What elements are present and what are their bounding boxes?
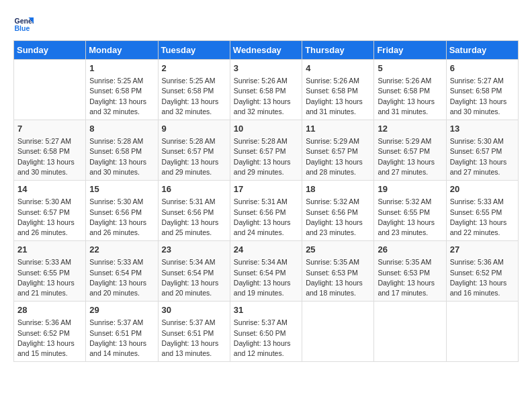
calendar-cell: 31Sunrise: 5:37 AM Sunset: 6:50 PM Dayli… (230, 302, 302, 362)
column-header-thursday: Thursday (302, 41, 374, 60)
calendar-cell: 30Sunrise: 5:37 AM Sunset: 6:51 PM Dayli… (158, 302, 230, 362)
cell-content: Sunrise: 5:33 AM Sunset: 6:54 PM Dayligh… (89, 257, 154, 298)
calendar-cell: 23Sunrise: 5:34 AM Sunset: 6:54 PM Dayli… (158, 241, 230, 302)
cell-content: Sunrise: 5:37 AM Sunset: 6:50 PM Dayligh… (234, 318, 298, 359)
cell-content: Sunrise: 5:30 AM Sunset: 6:57 PM Dayligh… (17, 197, 82, 238)
day-number: 26 (378, 244, 442, 256)
calendar-cell: 22Sunrise: 5:33 AM Sunset: 6:54 PM Dayli… (86, 241, 158, 302)
cell-content: Sunrise: 5:32 AM Sunset: 6:56 PM Dayligh… (306, 197, 370, 238)
day-number: 5 (378, 62, 442, 75)
calendar-cell: 6Sunrise: 5:27 AM Sunset: 6:58 PM Daylig… (446, 60, 518, 120)
cell-content: Sunrise: 5:26 AM Sunset: 6:58 PM Dayligh… (378, 76, 442, 117)
cell-content: Sunrise: 5:26 AM Sunset: 6:58 PM Dayligh… (234, 76, 298, 117)
calendar-cell: 26Sunrise: 5:35 AM Sunset: 6:53 PM Dayli… (374, 241, 446, 302)
calendar-cell (374, 302, 446, 362)
day-number: 30 (162, 304, 226, 316)
page-header: General Blue (13, 13, 519, 34)
day-number: 17 (234, 183, 298, 195)
calendar-cell: 15Sunrise: 5:30 AM Sunset: 6:56 PM Dayli… (86, 181, 158, 241)
cell-content: Sunrise: 5:31 AM Sunset: 6:56 PM Dayligh… (162, 197, 226, 238)
calendar-cell: 13Sunrise: 5:30 AM Sunset: 6:57 PM Dayli… (446, 120, 518, 181)
cell-content: Sunrise: 5:34 AM Sunset: 6:54 PM Dayligh… (162, 257, 226, 298)
calendar-week-row: 1Sunrise: 5:25 AM Sunset: 6:58 PM Daylig… (14, 60, 519, 120)
cell-content: Sunrise: 5:36 AM Sunset: 6:52 PM Dayligh… (17, 318, 82, 359)
day-number: 10 (234, 123, 298, 135)
day-number: 29 (89, 304, 154, 316)
cell-content: Sunrise: 5:25 AM Sunset: 6:58 PM Dayligh… (162, 76, 226, 117)
cell-content: Sunrise: 5:28 AM Sunset: 6:58 PM Dayligh… (89, 136, 154, 177)
cell-content: Sunrise: 5:28 AM Sunset: 6:57 PM Dayligh… (234, 136, 298, 177)
calendar-cell: 12Sunrise: 5:29 AM Sunset: 6:57 PM Dayli… (374, 120, 446, 181)
day-number: 12 (378, 123, 442, 135)
day-number: 31 (234, 304, 298, 316)
day-number: 15 (89, 183, 154, 195)
calendar-cell: 21Sunrise: 5:33 AM Sunset: 6:55 PM Dayli… (14, 241, 86, 302)
calendar-header-row: SundayMondayTuesdayWednesdayThursdayFrid… (14, 41, 519, 60)
calendar-cell: 10Sunrise: 5:28 AM Sunset: 6:57 PM Dayli… (230, 120, 302, 181)
cell-content: Sunrise: 5:32 AM Sunset: 6:55 PM Dayligh… (378, 197, 442, 238)
cell-content: Sunrise: 5:31 AM Sunset: 6:56 PM Dayligh… (234, 197, 298, 238)
calendar-cell (14, 60, 86, 120)
cell-content: Sunrise: 5:35 AM Sunset: 6:53 PM Dayligh… (306, 257, 370, 298)
day-number: 11 (306, 123, 370, 135)
calendar-cell: 11Sunrise: 5:29 AM Sunset: 6:57 PM Dayli… (302, 120, 374, 181)
calendar-cell: 27Sunrise: 5:36 AM Sunset: 6:52 PM Dayli… (446, 241, 518, 302)
cell-content: Sunrise: 5:37 AM Sunset: 6:51 PM Dayligh… (162, 318, 226, 359)
calendar-cell: 3Sunrise: 5:26 AM Sunset: 6:58 PM Daylig… (230, 60, 302, 120)
cell-content: Sunrise: 5:29 AM Sunset: 6:57 PM Dayligh… (378, 136, 442, 177)
cell-content: Sunrise: 5:25 AM Sunset: 6:58 PM Dayligh… (89, 76, 154, 117)
calendar-body: 1Sunrise: 5:25 AM Sunset: 6:58 PM Daylig… (14, 60, 519, 362)
column-header-wednesday: Wednesday (230, 41, 302, 60)
logo: General Blue (13, 13, 36, 34)
cell-content: Sunrise: 5:30 AM Sunset: 6:56 PM Dayligh… (89, 197, 154, 238)
day-number: 22 (89, 244, 154, 256)
calendar-cell: 2Sunrise: 5:25 AM Sunset: 6:58 PM Daylig… (158, 60, 230, 120)
calendar-cell: 7Sunrise: 5:27 AM Sunset: 6:58 PM Daylig… (14, 120, 86, 181)
cell-content: Sunrise: 5:34 AM Sunset: 6:54 PM Dayligh… (234, 257, 298, 298)
day-number: 28 (17, 304, 82, 316)
cell-content: Sunrise: 5:33 AM Sunset: 6:55 PM Dayligh… (450, 197, 515, 238)
calendar-cell: 9Sunrise: 5:28 AM Sunset: 6:57 PM Daylig… (158, 120, 230, 181)
calendar-week-row: 21Sunrise: 5:33 AM Sunset: 6:55 PM Dayli… (14, 241, 519, 302)
day-number: 1 (89, 62, 154, 75)
column-header-monday: Monday (86, 41, 158, 60)
cell-content: Sunrise: 5:29 AM Sunset: 6:57 PM Dayligh… (306, 136, 370, 177)
calendar-cell (446, 302, 518, 362)
column-header-sunday: Sunday (14, 41, 86, 60)
calendar-cell: 20Sunrise: 5:33 AM Sunset: 6:55 PM Dayli… (446, 181, 518, 241)
day-number: 18 (306, 183, 370, 195)
calendar-table: SundayMondayTuesdayWednesdayThursdayFrid… (13, 40, 519, 362)
calendar-cell: 5Sunrise: 5:26 AM Sunset: 6:58 PM Daylig… (374, 60, 446, 120)
day-number: 8 (89, 123, 154, 135)
cell-content: Sunrise: 5:37 AM Sunset: 6:51 PM Dayligh… (89, 318, 154, 359)
calendar-week-row: 7Sunrise: 5:27 AM Sunset: 6:58 PM Daylig… (14, 120, 519, 181)
calendar-week-row: 28Sunrise: 5:36 AM Sunset: 6:52 PM Dayli… (14, 302, 519, 362)
cell-content: Sunrise: 5:33 AM Sunset: 6:55 PM Dayligh… (17, 257, 82, 298)
cell-content: Sunrise: 5:27 AM Sunset: 6:58 PM Dayligh… (17, 136, 82, 177)
calendar-cell: 28Sunrise: 5:36 AM Sunset: 6:52 PM Dayli… (14, 302, 86, 362)
day-number: 27 (450, 244, 515, 256)
calendar-cell: 4Sunrise: 5:26 AM Sunset: 6:58 PM Daylig… (302, 60, 374, 120)
calendar-cell: 29Sunrise: 5:37 AM Sunset: 6:51 PM Dayli… (86, 302, 158, 362)
logo-icon: General Blue (13, 13, 34, 34)
day-number: 24 (234, 244, 298, 256)
cell-content: Sunrise: 5:30 AM Sunset: 6:57 PM Dayligh… (450, 136, 515, 177)
cell-content: Sunrise: 5:35 AM Sunset: 6:53 PM Dayligh… (378, 257, 442, 298)
day-number: 21 (17, 244, 82, 256)
day-number: 25 (306, 244, 370, 256)
calendar-cell: 25Sunrise: 5:35 AM Sunset: 6:53 PM Dayli… (302, 241, 374, 302)
day-number: 2 (162, 62, 226, 75)
day-number: 16 (162, 183, 226, 195)
cell-content: Sunrise: 5:26 AM Sunset: 6:58 PM Dayligh… (306, 76, 370, 117)
calendar-cell: 1Sunrise: 5:25 AM Sunset: 6:58 PM Daylig… (86, 60, 158, 120)
cell-content: Sunrise: 5:36 AM Sunset: 6:52 PM Dayligh… (450, 257, 515, 298)
calendar-cell: 17Sunrise: 5:31 AM Sunset: 6:56 PM Dayli… (230, 181, 302, 241)
day-number: 13 (450, 123, 515, 135)
cell-content: Sunrise: 5:27 AM Sunset: 6:58 PM Dayligh… (450, 76, 515, 117)
calendar-cell: 18Sunrise: 5:32 AM Sunset: 6:56 PM Dayli… (302, 181, 374, 241)
day-number: 14 (17, 183, 82, 195)
day-number: 3 (234, 62, 298, 75)
day-number: 19 (378, 183, 442, 195)
day-number: 7 (17, 123, 82, 135)
calendar-cell: 19Sunrise: 5:32 AM Sunset: 6:55 PM Dayli… (374, 181, 446, 241)
